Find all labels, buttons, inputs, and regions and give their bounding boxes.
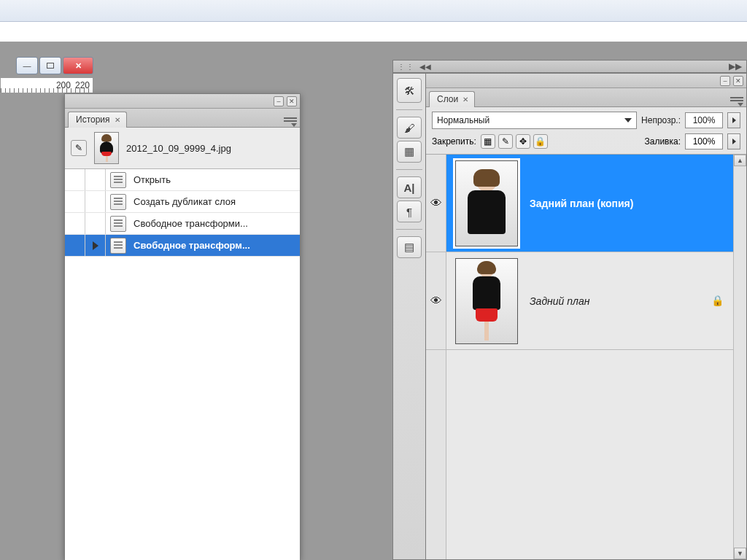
cursor-icon: [93, 241, 98, 250]
opacity-flyout-icon[interactable]: [727, 112, 740, 128]
visibility-toggle[interactable]: 👁: [426, 155, 446, 252]
chevron-left-icon[interactable]: ◀◀: [419, 63, 431, 71]
app-menubar-area: [0, 0, 747, 22]
tool-wrench-icon[interactable]: 🛠: [397, 78, 422, 103]
lock-pixels-icon[interactable]: ✎: [498, 134, 513, 149]
panel-titlebar[interactable]: – ✕: [426, 74, 746, 88]
lock-position-icon[interactable]: ✥: [516, 134, 530, 149]
history-step-icon: [110, 194, 126, 210]
history-cursor-cell[interactable]: [85, 235, 106, 256]
layer-thumbnail[interactable]: [455, 258, 518, 344]
layer-name: Задний план (копия): [530, 198, 724, 209]
paragraph-icon[interactable]: ¶: [397, 201, 422, 222]
history-step-icon: [110, 172, 126, 188]
close-tab-icon[interactable]: ✕: [462, 96, 468, 104]
ruler: 200 220: [0, 77, 93, 93]
history-step-label: Свободное трансформи...: [126, 218, 300, 229]
lock-fill-row: Закрепить: ▦ ✎ ✥ 🔒 Заливка: 100%: [426, 132, 746, 155]
history-source-cell[interactable]: [65, 169, 85, 190]
close-tab-icon[interactable]: ✕: [115, 116, 120, 124]
snapshot-thumb: [94, 132, 119, 164]
tab-label: История: [76, 114, 110, 125]
chevron-down-icon: [624, 118, 632, 122]
blend-opacity-row: Нормальный Непрозр.: 100%: [426, 107, 746, 132]
lock-transparent-icon[interactable]: ▦: [481, 134, 495, 149]
history-cursor-cell[interactable]: [85, 213, 106, 234]
layer-name: Задний план: [530, 295, 700, 307]
history-panel: – ✕ История ✕ ✎ 2012_10_09_9999_4.jpg От…: [64, 93, 301, 560]
panel-titlebar[interactable]: – ✕: [65, 94, 300, 109]
scroll-down-icon[interactable]: ▼: [734, 548, 746, 559]
maximize-button[interactable]: [39, 57, 61, 74]
blend-mode-value: Нормальный: [437, 115, 489, 125]
blend-mode-select[interactable]: Нормальный: [432, 112, 637, 129]
layer-thumbnail[interactable]: [455, 160, 518, 246]
close-panel-icon[interactable]: ✕: [287, 96, 297, 106]
tab-layers[interactable]: Слои ✕: [429, 91, 475, 107]
layer-row[interactable]: Задний план (копия): [446, 155, 733, 252]
visibility-toggle[interactable]: 👁: [426, 252, 446, 350]
history-source-cell[interactable]: [65, 191, 85, 212]
history-cursor-cell[interactable]: [85, 191, 106, 212]
history-step-icon: [110, 238, 126, 254]
fill-value[interactable]: 100%: [685, 133, 723, 149]
history-step-icon: [110, 216, 126, 232]
collapse-icon[interactable]: –: [720, 76, 730, 86]
lock-all-icon[interactable]: 🔒: [533, 134, 548, 149]
fill-flyout-icon[interactable]: [727, 133, 740, 149]
history-step-label: Свободное трансформ...: [126, 240, 300, 251]
tab-history[interactable]: История ✕: [68, 112, 127, 128]
history-step-label: Открыть: [126, 174, 300, 185]
history-item[interactable]: Открыть: [65, 169, 300, 191]
app-options-bar: [0, 22, 747, 42]
history-item[interactable]: Создать дубликат слоя: [65, 191, 300, 213]
history-cursor-cell[interactable]: [85, 169, 106, 190]
history-item[interactable]: Свободное трансформи...: [65, 213, 300, 235]
collapse-icon[interactable]: –: [274, 96, 284, 106]
dock-icon-column: 🛠 🖌 ▦ A| ¶ ▤: [392, 73, 426, 560]
layers-icon[interactable]: ▤: [397, 236, 422, 258]
opacity-label: Непрозр.:: [641, 115, 681, 125]
history-item[interactable]: Свободное трансформ...: [65, 235, 300, 257]
close-button[interactable]: [63, 57, 93, 74]
layer-list: 👁👁 Задний план (копия)Задний план🔒 ▲ ▼: [426, 155, 746, 559]
history-source-cell[interactable]: [65, 235, 85, 256]
grip-icon: ⋮⋮: [398, 63, 415, 71]
panel-menu-icon[interactable]: [284, 117, 297, 127]
minimize-button[interactable]: [16, 57, 38, 74]
close-panel-icon[interactable]: ✕: [733, 76, 743, 86]
history-brush-icon[interactable]: ✎: [71, 140, 87, 156]
history-snapshot-row[interactable]: ✎ 2012_10_09_9999_4.jpg: [65, 128, 300, 169]
fill-label: Заливка:: [644, 136, 681, 147]
brushes-icon[interactable]: 🖌: [397, 117, 422, 139]
dock-handle[interactable]: ⋮⋮ ◀◀ ▶▶: [392, 60, 747, 73]
scrollbar[interactable]: ▲ ▼: [733, 155, 746, 559]
right-dock: ⋮⋮ ◀◀ ▶▶ 🛠 🖌 ▦ A| ¶ ▤ – ✕ Слои ✕: [392, 60, 747, 560]
opacity-value[interactable]: 100%: [685, 112, 723, 128]
tab-label: Слои: [437, 94, 458, 104]
lock-label: Закрепить:: [432, 136, 476, 147]
snapshot-name: 2012_10_09_9999_4.jpg: [126, 143, 231, 154]
scroll-up-icon[interactable]: ▲: [734, 155, 746, 166]
layers-panel: – ✕ Слои ✕ Нормальный Непрозр.: 100%: [426, 73, 747, 560]
layer-row[interactable]: Задний план🔒: [446, 252, 733, 350]
visibility-column: 👁👁: [426, 155, 446, 559]
chevron-right-icon[interactable]: ▶▶: [729, 61, 742, 71]
history-source-cell[interactable]: [65, 213, 85, 234]
lock-icon: 🔒: [711, 295, 724, 308]
history-step-label: Создать дубликат слоя: [126, 196, 300, 207]
swatches-icon[interactable]: ▦: [397, 141, 422, 163]
lock-icons: ▦ ✎ ✥ 🔒: [481, 134, 548, 149]
window-buttons: [16, 57, 93, 76]
panel-menu-icon[interactable]: [730, 96, 743, 106]
panel-tabs: Слои ✕: [426, 88, 746, 107]
character-icon[interactable]: A|: [397, 176, 422, 198]
panel-tabs: История ✕: [65, 109, 300, 128]
history-list: ОткрытьСоздать дубликат слояСвободное тр…: [65, 169, 300, 560]
layer-rows: Задний план (копия)Задний план🔒: [446, 155, 733, 559]
